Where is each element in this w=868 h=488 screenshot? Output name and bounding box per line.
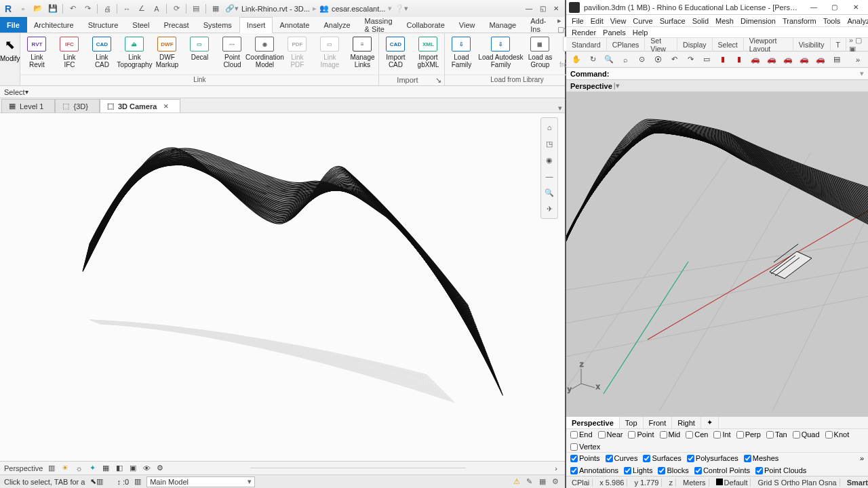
worksets-icon[interactable]: ▦ bbox=[537, 476, 548, 487]
menu-surface[interactable]: Surface bbox=[660, 17, 686, 25]
ribbon-dwf-markup[interactable]: DWFDWFMarkup bbox=[151, 33, 183, 75]
render-icon[interactable]: ◧ bbox=[115, 464, 124, 473]
ribbon-link-revit[interactable]: RVTLinkRevit bbox=[20, 33, 53, 75]
zoom-icon[interactable]: 🔍 bbox=[542, 186, 556, 199]
ribbon-manage-links[interactable]: ≡ManageLinks bbox=[346, 33, 378, 75]
align-icon[interactable]: ∠ bbox=[136, 3, 147, 14]
tooltab-viewport-layout[interactable]: Viewport Layout bbox=[744, 38, 793, 52]
tooltab-cplanes[interactable]: CPlanes bbox=[607, 38, 646, 52]
ribbon-load-family[interactable]: ⇩LoadFamily bbox=[445, 33, 477, 75]
tab-manage[interactable]: Manage bbox=[482, 17, 524, 33]
sunpath-icon[interactable]: ✦ bbox=[87, 464, 97, 473]
menu-file[interactable]: File bbox=[572, 17, 584, 25]
ribbon-coordination-model[interactable]: ◉CoordinationModel bbox=[248, 33, 281, 75]
view-front[interactable]: Front bbox=[644, 417, 673, 429]
filter-surfaces[interactable]: Surfaces bbox=[643, 454, 681, 462]
model-icon[interactable]: ▥ bbox=[134, 477, 141, 486]
orbit-icon[interactable]: ◉ bbox=[542, 153, 556, 167]
osnap-tan[interactable]: Tan bbox=[766, 430, 787, 439]
text-icon[interactable]: A bbox=[151, 3, 162, 14]
artistic-icon[interactable]: 🚗 bbox=[814, 54, 827, 66]
filter-blocks[interactable]: Blocks bbox=[658, 466, 688, 474]
status-units[interactable]: Meters bbox=[680, 479, 709, 487]
osnap-cen[interactable]: Cen bbox=[686, 430, 708, 439]
filter-meshes[interactable]: Meshes bbox=[744, 454, 779, 462]
tooltab-select[interactable]: Select bbox=[713, 38, 744, 52]
filter-points[interactable]: Points bbox=[570, 454, 600, 462]
xray-icon[interactable]: 🚗 bbox=[782, 54, 794, 66]
shaded-icon[interactable]: ▮ bbox=[733, 54, 745, 66]
filter-point clouds[interactable]: Point Clouds bbox=[755, 466, 806, 474]
save-icon[interactable]: 💾 bbox=[47, 3, 58, 14]
revit-viewport[interactable]: ⌂ ◳ ◉ — 🔍 ✈ bbox=[0, 113, 565, 461]
tab-collaborate[interactable]: Collaborate bbox=[400, 17, 452, 33]
redo-view-icon[interactable]: ↷ bbox=[684, 54, 696, 66]
new-icon[interactable]: ▫ bbox=[18, 3, 28, 14]
named-view-icon[interactable]: ▭ bbox=[701, 54, 713, 66]
select-mode-icon[interactable]: ⬉▥ bbox=[90, 477, 103, 486]
select-bar[interactable]: Select ▾ bbox=[0, 86, 565, 98]
undo-view-icon[interactable]: ↶ bbox=[668, 54, 680, 66]
osnap-quad[interactable]: Quad bbox=[793, 430, 820, 439]
steering-icon[interactable]: ✈ bbox=[542, 202, 556, 216]
designopt-icon[interactable]: ⚙ bbox=[550, 476, 561, 487]
sync-icon[interactable]: ⟳ bbox=[171, 3, 182, 14]
panel-icon[interactable]: ▤ bbox=[191, 3, 201, 14]
menu-mesh[interactable]: Mesh bbox=[715, 17, 734, 25]
maximize-icon[interactable]: ▢ bbox=[825, 1, 844, 14]
minimize-icon[interactable]: — bbox=[804, 1, 823, 14]
thumbnail-icon[interactable]: ▦ bbox=[210, 3, 221, 14]
viewport-title[interactable]: Perspective |▾ bbox=[566, 80, 868, 92]
view-perspective[interactable]: Perspective bbox=[566, 417, 620, 429]
osnap-knot[interactable]: Knot bbox=[825, 430, 850, 439]
editreq-icon[interactable]: ✎ bbox=[524, 476, 535, 487]
tab-addins[interactable]: Add-Ins bbox=[524, 17, 553, 33]
redo-icon[interactable]: ↷ bbox=[82, 3, 93, 14]
tab-massing[interactable]: Massing & Site bbox=[358, 17, 400, 33]
osnap-vertex[interactable]: Vertex bbox=[570, 443, 600, 451]
filter-overflow-icon[interactable]: » bbox=[860, 454, 864, 462]
menu-tools[interactable]: Tools bbox=[823, 17, 841, 25]
osnap-perp[interactable]: Perp bbox=[736, 430, 761, 439]
print-icon[interactable]: 🖨 bbox=[102, 3, 113, 14]
measure-icon[interactable]: ↔ bbox=[121, 3, 132, 14]
help-icon[interactable]: ❔▾ bbox=[395, 4, 408, 13]
hide-icon[interactable]: 👁 bbox=[142, 464, 151, 473]
ghosted-icon[interactable]: 🚗 bbox=[766, 54, 778, 66]
hand-icon[interactable]: — bbox=[542, 169, 556, 183]
status-smart[interactable]: Smart bbox=[844, 479, 868, 487]
close-icon[interactable]: ✕ bbox=[550, 4, 562, 14]
restore-icon[interactable]: ◱ bbox=[536, 4, 549, 14]
ribbon-link-cad[interactable]: CADLinkCAD bbox=[85, 33, 118, 75]
pan-icon[interactable]: ✋ bbox=[570, 54, 583, 66]
tooltab-display[interactable]: Display bbox=[677, 38, 712, 52]
menu-help[interactable]: Help bbox=[633, 28, 648, 37]
osnap-int[interactable]: Int bbox=[713, 430, 730, 439]
menu-edit[interactable]: Edit bbox=[591, 17, 604, 25]
menu-analyze[interactable]: Analyze bbox=[847, 17, 868, 25]
undo-icon[interactable]: ↶ bbox=[67, 3, 78, 14]
flat-icon[interactable]: ▤ bbox=[831, 54, 843, 66]
ribbon-point-cloud[interactable]: ⋯PointCloud bbox=[216, 33, 248, 75]
tab-systems[interactable]: Systems bbox=[197, 17, 239, 33]
add-view-icon[interactable]: ✦ bbox=[701, 417, 719, 429]
open-icon[interactable]: 📂 bbox=[33, 3, 43, 14]
tabs-overflow-icon[interactable]: ▾ bbox=[558, 104, 562, 113]
filter-control points[interactable]: Control Points bbox=[694, 466, 750, 474]
filter-polysurfaces[interactable]: Polysurfaces bbox=[687, 454, 738, 462]
zoom-icon[interactable]: 🔍 bbox=[603, 54, 615, 66]
status-layer[interactable]: Default bbox=[713, 479, 751, 487]
tab-structure[interactable]: Structure bbox=[81, 17, 126, 33]
osnap-end[interactable]: End bbox=[570, 430, 593, 439]
tooltab-overflow-icon[interactable]: » ▢ ▣ bbox=[846, 36, 868, 54]
wireframe-icon[interactable]: ▮ bbox=[717, 54, 729, 66]
status-toggles[interactable]: Grid S Ortho Plan Osna bbox=[755, 479, 840, 487]
toolbar-overflow-icon[interactable]: » bbox=[852, 54, 864, 66]
home-icon[interactable]: ⌂ bbox=[542, 121, 556, 134]
command-line[interactable]: Command: ▾ bbox=[566, 68, 868, 80]
filter-curves[interactable]: Curves bbox=[606, 454, 638, 462]
scale-icon[interactable]: ▥ bbox=[47, 464, 56, 473]
ribbon-load-as-group[interactable]: ▦Load asGroup bbox=[524, 33, 556, 75]
osnap-point[interactable]: Point bbox=[628, 430, 654, 439]
tab-steel[interactable]: Steel bbox=[125, 17, 157, 33]
